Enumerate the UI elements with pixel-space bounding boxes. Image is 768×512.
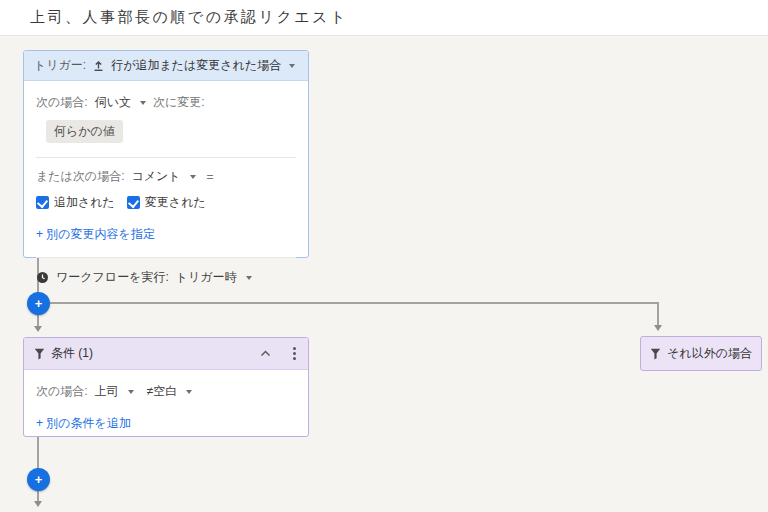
checkbox-checked-icon[interactable] — [36, 196, 49, 209]
trigger-label: トリガー: — [34, 57, 86, 74]
divider — [36, 157, 296, 158]
kebab-menu-icon[interactable] — [291, 345, 298, 362]
condition-card: 条件 (1) 次の場合: 上司 ≠空白 + 別の条件を追加 — [23, 337, 309, 437]
filter-icon — [34, 348, 45, 360]
changes-to-label: 次に変更: — [153, 94, 205, 111]
condition-field-dropdown[interactable]: 上司 — [95, 383, 119, 400]
when-field-dropdown[interactable]: 伺い文 — [95, 94, 131, 111]
trigger-card-body: 次の場合: 伺い文 次に変更: 何らかの値 または次の場合: コメント = 追加… — [24, 94, 308, 286]
connector-line-vertical-bottom — [37, 437, 39, 469]
chevron-down-icon[interactable] — [128, 390, 134, 394]
checkbox-added[interactable]: 追加された — [36, 194, 115, 211]
add-step-button-top[interactable]: + — [27, 292, 50, 315]
else-branch-card[interactable]: それ以外の場合 — [640, 336, 762, 371]
condition-card-body: 次の場合: 上司 ≠空白 + 別の条件を追加 — [24, 383, 308, 432]
chevron-down-icon — [289, 64, 295, 68]
checkbox-changed[interactable]: 変更された — [127, 194, 206, 211]
trigger-card-header[interactable]: トリガー: 行が追加または変更された場合 — [24, 51, 308, 81]
condition-when-label: 次の場合: — [36, 383, 88, 400]
titlebar: 上司、人事部長の順での承認リクエスト — [0, 0, 768, 36]
condition-card-header[interactable]: 条件 (1) — [24, 338, 308, 370]
arrowhead-condition-icon — [34, 326, 42, 332]
or-when-label: または次の場合: — [36, 168, 124, 185]
run-workflow-value-dropdown[interactable]: トリガー時 — [176, 269, 237, 286]
trigger-card: トリガー: 行が追加または変更された場合 次の場合: 伺い文 次に変更: 何らか… — [23, 50, 309, 258]
clock-icon — [36, 271, 49, 284]
filter-icon — [650, 348, 661, 360]
trigger-value[interactable]: 行が追加または変更された場合 — [111, 57, 281, 74]
chevron-down-icon[interactable] — [190, 175, 196, 179]
chevron-down-icon[interactable] — [140, 101, 146, 105]
page-title: 上司、人事部長の順での承認リクエスト — [30, 8, 348, 27]
chevron-down-icon[interactable] — [186, 390, 192, 394]
add-condition-link[interactable]: + 別の条件を追加 — [36, 415, 131, 432]
add-change-link[interactable]: + 別の変更内容を指定 — [36, 226, 155, 243]
checkbox-checked-icon[interactable] — [127, 196, 140, 209]
checkbox-added-label: 追加された — [54, 194, 115, 211]
when-label: 次の場合: — [36, 94, 88, 111]
row-added-icon — [92, 59, 105, 72]
arrowhead-else-icon — [654, 325, 662, 331]
operator-label: = — [207, 170, 214, 184]
else-branch-label: それ以外の場合 — [667, 345, 752, 362]
chevron-down-icon[interactable] — [246, 276, 252, 280]
add-step-button-bottom[interactable]: + — [27, 468, 50, 491]
chevron-up-icon[interactable] — [260, 350, 271, 357]
condition-title: 条件 (1) — [51, 345, 93, 362]
divider — [36, 257, 296, 258]
arrowhead-bottom-icon — [34, 501, 42, 507]
connector-line-horizontal — [48, 302, 659, 304]
condition-operator-dropdown[interactable]: ≠空白 — [147, 383, 178, 400]
run-workflow-label: ワークフローを実行: — [56, 269, 169, 286]
connector-line-vertical-right — [657, 302, 659, 325]
checkbox-changed-label: 変更された — [145, 194, 206, 211]
or-field-dropdown[interactable]: コメント — [131, 168, 180, 185]
any-value-chip[interactable]: 何らかの値 — [46, 120, 123, 143]
workflow-editor: 上司、人事部長の順での承認リクエスト + + トリガー: 行が追加または変更され… — [0, 0, 768, 512]
